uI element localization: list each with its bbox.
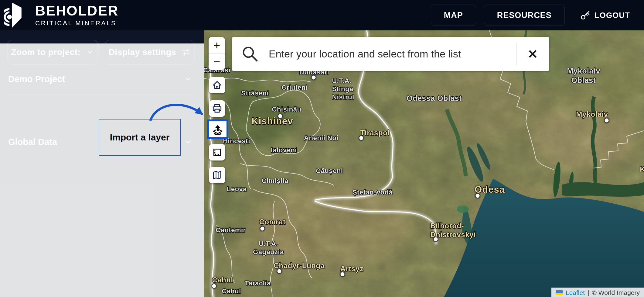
- logout-button[interactable]: LOGOUT: [578, 9, 632, 21]
- key-icon: [580, 10, 591, 21]
- brand-text: BEHOLDER CRITICAL MINERALS: [35, 4, 118, 27]
- sidebar: Zoom to project: Display settings Demo P…: [0, 30, 204, 297]
- measure-button[interactable]: [209, 144, 225, 161]
- nav-resources-button[interactable]: RESOURCES: [484, 5, 565, 26]
- nav-map-button[interactable]: MAP: [431, 5, 476, 26]
- search-bar: ✕: [232, 37, 549, 71]
- basemap-button[interactable]: [209, 167, 225, 183]
- tour-dim-overlay: [0, 43, 204, 297]
- printer-icon: [212, 103, 222, 114]
- attribution-separator: |: [588, 289, 589, 296]
- tour-highlight-ring: [207, 119, 228, 139]
- zoom-control: + −: [209, 37, 225, 70]
- leaflet-link[interactable]: Leaflet: [566, 289, 585, 296]
- ukraine-flag-icon: [556, 290, 563, 295]
- attribution: Leaflet | © World Imagery: [551, 288, 644, 297]
- home-button[interactable]: [209, 77, 225, 93]
- search-icon: [232, 44, 268, 64]
- logout-label: LOGOUT: [595, 11, 630, 20]
- beholder-logo-icon: [4, 2, 30, 28]
- brand-tagline: CRITICAL MINERALS: [35, 19, 118, 27]
- imagery-credit: © World Imagery: [592, 289, 640, 296]
- zoom-in-button[interactable]: +: [209, 37, 225, 54]
- zoom-out-button[interactable]: −: [209, 54, 225, 70]
- search-input[interactable]: [268, 48, 516, 60]
- map-tools: [209, 77, 228, 183]
- brand-name: BEHOLDER: [35, 4, 118, 18]
- app: 30 km Leaflet | © World Imagery Călărași…: [0, 0, 644, 297]
- clear-search-button[interactable]: ✕: [516, 43, 549, 65]
- map-icon: [212, 170, 222, 180]
- tour-tooltip: Import a layer: [99, 119, 181, 156]
- header: BEHOLDER CRITICAL MINERALS MAP RESOURCES…: [0, 0, 644, 30]
- brand[interactable]: BEHOLDER CRITICAL MINERALS: [0, 2, 118, 28]
- upload-layer-icon: [212, 124, 223, 135]
- import-layer-button[interactable]: [209, 121, 227, 137]
- ruler-icon: [212, 147, 222, 157]
- tour-tooltip-label: Import a layer: [110, 132, 170, 143]
- home-icon: [212, 80, 222, 90]
- print-button[interactable]: [209, 100, 225, 117]
- main-nav: MAP RESOURCES LOGOUT: [431, 5, 644, 26]
